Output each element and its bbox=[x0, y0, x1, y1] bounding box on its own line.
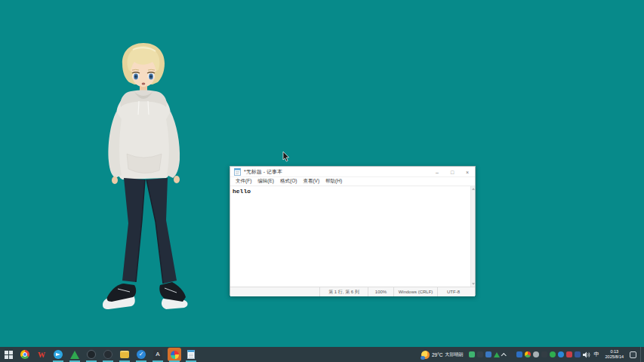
mouth bbox=[142, 82, 146, 84]
close-button[interactable]: × bbox=[460, 167, 475, 177]
taskbar: W ✓ A bbox=[0, 347, 644, 362]
notepad-app-icon bbox=[234, 168, 241, 176]
minimize-button[interactable]: – bbox=[430, 167, 445, 177]
taskbar-dark-round-app-1[interactable] bbox=[83, 347, 100, 362]
menu-format[interactable]: 格式(O) bbox=[277, 178, 300, 185]
menu-edit[interactable]: 编辑(E) bbox=[254, 178, 277, 185]
chrome-icon bbox=[20, 350, 29, 359]
dark-app-icon[interactable] bbox=[541, 351, 547, 357]
green-shield-icon[interactable] bbox=[550, 351, 556, 357]
green-triangle-tray-icon[interactable] bbox=[494, 352, 500, 357]
weather-widget[interactable]: 29°C 大部晴朗 bbox=[421, 351, 467, 359]
notepad-text-area[interactable]: hello bbox=[230, 186, 475, 287]
taskbar-dark-round-app-2[interactable] bbox=[100, 347, 116, 362]
dark-a-app-icon[interactable] bbox=[477, 351, 483, 357]
taskbar-clock[interactable]: 0:13 2025/8/14 bbox=[603, 349, 626, 360]
pants bbox=[122, 178, 177, 284]
weather-icon bbox=[421, 351, 430, 359]
clock-date: 2025/8/14 bbox=[605, 354, 624, 360]
taskbar-check-app[interactable]: ✓ bbox=[133, 347, 149, 362]
yellow-folder-icon bbox=[120, 351, 129, 358]
status-zoom-level[interactable]: 100% bbox=[368, 287, 393, 296]
dark-round-icon-1 bbox=[87, 350, 96, 359]
notification-icon[interactable] bbox=[630, 351, 636, 358]
scroll-down-arrow-icon[interactable] bbox=[472, 283, 475, 286]
mouse-cursor bbox=[282, 152, 290, 162]
gamepad-dark-icon[interactable] bbox=[508, 351, 514, 357]
window-title: *无标题 - 记事本 bbox=[244, 168, 282, 176]
weather-condition: 大部晴朗 bbox=[445, 351, 464, 358]
show-desktop-button[interactable] bbox=[640, 347, 642, 362]
taskbar-mascot-app-active[interactable] bbox=[166, 347, 183, 362]
clock-time: 0:13 bbox=[610, 349, 618, 354]
dark-round-icon-2 bbox=[103, 350, 112, 359]
notepad-menubar: 文件(F) 编辑(E) 格式(O) 查看(V) 帮助(H) bbox=[230, 177, 475, 186]
desktop: *无标题 - 记事本 – □ × 文件(F) 编辑(E) 格式(O) 查看(V)… bbox=[0, 0, 644, 362]
shoes bbox=[103, 282, 188, 309]
weather-temperature: 29°C bbox=[432, 352, 443, 357]
mail-blue-icon[interactable] bbox=[575, 351, 581, 357]
blue-app-icon[interactable] bbox=[485, 351, 491, 357]
wechat-icon[interactable] bbox=[469, 351, 475, 357]
check-blue-icon[interactable] bbox=[558, 351, 564, 357]
document-text: hello bbox=[233, 188, 251, 195]
notepad-statusbar: 第 1 行, 第 6 列 100% Windows (CRLF) UTF-8 bbox=[230, 287, 475, 296]
green-triangle-icon bbox=[70, 351, 79, 359]
taskbar-notepad[interactable] bbox=[183, 347, 199, 362]
ime-indicator[interactable]: 中 bbox=[593, 351, 601, 358]
menu-view[interactable]: 查看(V) bbox=[300, 178, 322, 185]
a-app-icon: A bbox=[153, 350, 162, 359]
notepad-window: *无标题 - 记事本 – □ × 文件(F) 编辑(E) 格式(O) 查看(V)… bbox=[230, 166, 476, 296]
blue-check-icon: ✓ bbox=[137, 350, 146, 359]
telegram-icon bbox=[54, 350, 63, 359]
status-line-ending: Windows (CRLF) bbox=[393, 287, 437, 296]
hoodie bbox=[108, 90, 180, 185]
status-encoding: UTF-8 bbox=[437, 287, 469, 296]
red-app-icon[interactable] bbox=[566, 351, 572, 357]
menu-help[interactable]: 帮助(H) bbox=[322, 178, 345, 185]
gray-app-icon[interactable] bbox=[533, 351, 539, 357]
wps-icon: W bbox=[38, 351, 45, 359]
chrome-tray-icon[interactable] bbox=[525, 351, 531, 357]
notepad-titlebar[interactable]: *无标题 - 记事本 – □ × bbox=[230, 167, 475, 177]
notepad-task-icon bbox=[187, 350, 195, 359]
mascot-app-icon bbox=[168, 348, 181, 361]
info-blue-icon[interactable] bbox=[516, 351, 522, 357]
volume-icon[interactable] bbox=[583, 351, 590, 358]
anime-boy-mascot[interactable] bbox=[97, 39, 196, 315]
vertical-scrollbar[interactable] bbox=[470, 186, 475, 287]
start-button[interactable] bbox=[0, 347, 17, 362]
maximize-button[interactable]: □ bbox=[445, 167, 460, 177]
taskbar-a-app[interactable]: A bbox=[149, 347, 166, 362]
status-cursor-position: 第 1 行, 第 6 列 bbox=[319, 287, 368, 296]
scroll-up-arrow-icon[interactable] bbox=[472, 187, 475, 190]
system-tray: 29°C 大部晴朗 中 0:13 2025/8/14 bbox=[421, 347, 644, 362]
windows-logo-icon bbox=[5, 351, 13, 359]
taskbar-wps[interactable]: W bbox=[33, 347, 50, 362]
taskbar-chrome[interactable] bbox=[17, 347, 33, 362]
hidden-icons-chevron-icon[interactable] bbox=[502, 353, 506, 357]
taskbar-green-triangle-app[interactable] bbox=[66, 347, 83, 362]
taskbar-yellow-app[interactable] bbox=[116, 347, 133, 362]
taskbar-telegram[interactable] bbox=[50, 347, 66, 362]
menu-file[interactable]: 文件(F) bbox=[233, 178, 254, 185]
